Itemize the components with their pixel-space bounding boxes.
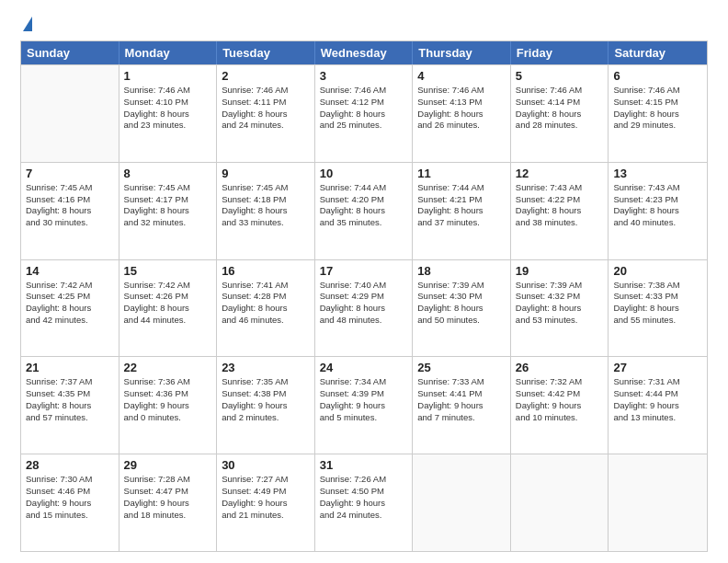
calendar-week-5: 28Sunrise: 7:30 AM Sunset: 4:46 PM Dayli… [21,454,707,551]
day-number: 2 [222,69,310,83]
calendar-week-3: 14Sunrise: 7:42 AM Sunset: 4:25 PM Dayli… [21,259,707,357]
day-info: Sunrise: 7:37 AM Sunset: 4:35 PM Dayligh… [26,376,114,423]
calendar-header-tuesday: Tuesday [217,41,315,64]
calendar-cell: 10Sunrise: 7:44 AM Sunset: 4:20 PM Dayli… [315,163,414,259]
day-info: Sunrise: 7:46 AM Sunset: 4:13 PM Dayligh… [417,85,506,132]
day-info: Sunrise: 7:33 AM Sunset: 4:41 PM Dayligh… [417,376,506,423]
day-number: 25 [417,361,506,374]
day-info: Sunrise: 7:46 AM Sunset: 4:10 PM Dayligh… [124,85,212,132]
calendar: SundayMondayTuesdayWednesdayThursdayFrid… [20,40,708,552]
day-number: 6 [613,69,702,83]
day-info: Sunrise: 7:26 AM Sunset: 4:50 PM Dayligh… [320,474,408,521]
calendar-cell: 16Sunrise: 7:41 AM Sunset: 4:28 PM Dayli… [217,260,315,357]
calendar-cell: 7Sunrise: 7:45 AM Sunset: 4:16 PM Daylig… [21,163,119,259]
day-info: Sunrise: 7:43 AM Sunset: 4:22 PM Dayligh… [516,182,604,229]
calendar-cell: 27Sunrise: 7:31 AM Sunset: 4:44 PM Dayli… [609,357,707,454]
day-number: 1 [124,69,212,83]
day-number: 7 [26,167,114,180]
day-number: 24 [320,361,408,374]
day-info: Sunrise: 7:43 AM Sunset: 4:23 PM Dayligh… [613,182,702,229]
calendar-cell: 31Sunrise: 7:26 AM Sunset: 4:50 PM Dayli… [315,454,414,551]
day-number: 12 [516,167,604,180]
calendar-header-thursday: Thursday [413,41,511,64]
calendar-cell: 9Sunrise: 7:45 AM Sunset: 4:18 PM Daylig… [217,163,315,259]
day-info: Sunrise: 7:36 AM Sunset: 4:36 PM Dayligh… [124,376,212,423]
day-info: Sunrise: 7:45 AM Sunset: 4:17 PM Dayligh… [124,182,212,229]
calendar-cell [21,65,119,162]
logo [20,17,32,31]
day-info: Sunrise: 7:44 AM Sunset: 4:20 PM Dayligh… [320,182,408,229]
day-number: 26 [516,361,604,374]
day-number: 9 [222,167,310,180]
day-info: Sunrise: 7:38 AM Sunset: 4:33 PM Dayligh… [613,280,702,327]
day-info: Sunrise: 7:27 AM Sunset: 4:49 PM Dayligh… [222,474,310,521]
calendar-week-4: 21Sunrise: 7:37 AM Sunset: 4:35 PM Dayli… [21,356,707,454]
calendar-header-saturday: Saturday [609,41,707,64]
calendar-cell: 29Sunrise: 7:28 AM Sunset: 4:47 PM Dayli… [119,454,218,551]
calendar-cell: 22Sunrise: 7:36 AM Sunset: 4:36 PM Dayli… [119,357,218,454]
calendar-cell [511,454,609,551]
calendar-cell: 21Sunrise: 7:37 AM Sunset: 4:35 PM Dayli… [21,357,119,454]
calendar-cell: 23Sunrise: 7:35 AM Sunset: 4:38 PM Dayli… [217,357,315,454]
calendar-header-sunday: Sunday [21,41,119,64]
day-info: Sunrise: 7:45 AM Sunset: 4:18 PM Dayligh… [222,182,310,229]
day-info: Sunrise: 7:41 AM Sunset: 4:28 PM Dayligh… [222,280,310,327]
calendar-cell: 14Sunrise: 7:42 AM Sunset: 4:25 PM Dayli… [21,260,119,357]
day-info: Sunrise: 7:42 AM Sunset: 4:26 PM Dayligh… [124,280,212,327]
calendar-header-row: SundayMondayTuesdayWednesdayThursdayFrid… [21,41,707,64]
calendar-cell: 20Sunrise: 7:38 AM Sunset: 4:33 PM Dayli… [609,260,707,357]
calendar-header-friday: Friday [511,41,609,64]
day-number: 10 [320,167,408,180]
calendar-cell: 12Sunrise: 7:43 AM Sunset: 4:22 PM Dayli… [511,163,609,259]
calendar-cell [609,454,707,551]
day-info: Sunrise: 7:28 AM Sunset: 4:47 PM Dayligh… [124,474,212,521]
logo-triangle-icon [23,17,32,31]
calendar-cell: 15Sunrise: 7:42 AM Sunset: 4:26 PM Dayli… [119,260,218,357]
day-number: 28 [26,458,114,472]
day-info: Sunrise: 7:45 AM Sunset: 4:16 PM Dayligh… [26,182,114,229]
calendar-cell: 4Sunrise: 7:46 AM Sunset: 4:13 PM Daylig… [413,65,511,162]
day-number: 29 [124,458,212,472]
day-number: 19 [516,264,604,278]
day-number: 3 [320,69,408,83]
day-number: 14 [26,264,114,278]
day-info: Sunrise: 7:46 AM Sunset: 4:12 PM Dayligh… [320,85,408,132]
calendar-cell: 17Sunrise: 7:40 AM Sunset: 4:29 PM Dayli… [315,260,414,357]
calendar-cell: 30Sunrise: 7:27 AM Sunset: 4:49 PM Dayli… [217,454,315,551]
day-number: 20 [613,264,702,278]
calendar-cell: 11Sunrise: 7:44 AM Sunset: 4:21 PM Dayli… [413,163,511,259]
day-number: 27 [613,361,702,374]
day-info: Sunrise: 7:34 AM Sunset: 4:39 PM Dayligh… [320,376,408,423]
day-info: Sunrise: 7:46 AM Sunset: 4:15 PM Dayligh… [613,85,702,132]
day-info: Sunrise: 7:46 AM Sunset: 4:14 PM Dayligh… [516,85,604,132]
calendar-cell: 19Sunrise: 7:39 AM Sunset: 4:32 PM Dayli… [511,260,609,357]
day-info: Sunrise: 7:42 AM Sunset: 4:25 PM Dayligh… [26,280,114,327]
day-number: 17 [320,264,408,278]
day-number: 8 [124,167,212,180]
calendar-cell: 13Sunrise: 7:43 AM Sunset: 4:23 PM Dayli… [609,163,707,259]
calendar-cell: 6Sunrise: 7:46 AM Sunset: 4:15 PM Daylig… [609,65,707,162]
calendar-week-1: 1Sunrise: 7:46 AM Sunset: 4:10 PM Daylig… [21,64,707,162]
day-number: 13 [613,167,702,180]
calendar-cell: 8Sunrise: 7:45 AM Sunset: 4:17 PM Daylig… [119,163,218,259]
day-number: 21 [26,361,114,374]
day-number: 15 [124,264,212,278]
calendar-cell: 3Sunrise: 7:46 AM Sunset: 4:12 PM Daylig… [315,65,414,162]
calendar-cell: 2Sunrise: 7:46 AM Sunset: 4:11 PM Daylig… [217,65,315,162]
day-info: Sunrise: 7:35 AM Sunset: 4:38 PM Dayligh… [222,376,310,423]
calendar-cell: 24Sunrise: 7:34 AM Sunset: 4:39 PM Dayli… [315,357,414,454]
day-info: Sunrise: 7:40 AM Sunset: 4:29 PM Dayligh… [320,280,408,327]
calendar-cell: 1Sunrise: 7:46 AM Sunset: 4:10 PM Daylig… [119,65,218,162]
day-info: Sunrise: 7:31 AM Sunset: 4:44 PM Dayligh… [613,376,702,423]
day-number: 18 [417,264,506,278]
day-number: 31 [320,458,408,472]
day-info: Sunrise: 7:39 AM Sunset: 4:30 PM Dayligh… [417,280,506,327]
day-number: 11 [417,167,506,180]
calendar-cell: 18Sunrise: 7:39 AM Sunset: 4:30 PM Dayli… [413,260,511,357]
day-number: 30 [222,458,310,472]
calendar-week-2: 7Sunrise: 7:45 AM Sunset: 4:16 PM Daylig… [21,162,707,259]
calendar-cell: 5Sunrise: 7:46 AM Sunset: 4:14 PM Daylig… [511,65,609,162]
day-number: 4 [417,69,506,83]
day-number: 23 [222,361,310,374]
day-number: 5 [516,69,604,83]
